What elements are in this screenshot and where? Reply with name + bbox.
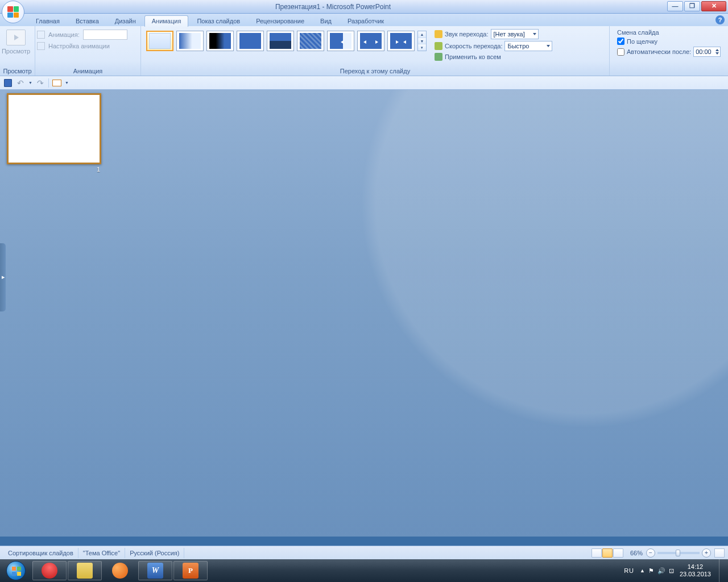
animation-row: Анимация: [37, 30, 127, 40]
transition-fade[interactable] [176, 31, 204, 51]
taskbar-powerpoint[interactable] [173, 561, 208, 580]
zoom-out-button[interactable]: − [646, 548, 655, 558]
preview-icon [6, 30, 26, 45]
transition-dissolve[interactable] [297, 31, 324, 51]
zoom-fit-button[interactable] [714, 548, 725, 558]
taskbar-media-player[interactable] [103, 561, 137, 580]
tab-home[interactable]: Главная [28, 15, 67, 27]
group-advance-label [611, 74, 726, 76]
sorter-view-button[interactable] [602, 548, 613, 558]
auto-after-checkbox[interactable] [617, 48, 624, 56]
qat-customize-dropdown[interactable]: ▼ [65, 81, 69, 85]
windows-taskbar: RU ▲ ⚑ 🔊 ⊡ 14:12 23.03.2013 [0, 559, 728, 582]
qat-separator [48, 78, 49, 88]
tray-volume-icon[interactable]: 🔊 [657, 567, 665, 575]
animation-dropdown[interactable] [83, 30, 127, 40]
save-icon [4, 79, 12, 87]
taskbar-opera[interactable] [32, 561, 67, 580]
preview-label: Просмотр [2, 48, 30, 55]
transition-fade-black[interactable] [206, 31, 234, 51]
status-theme: "Тема Office" [78, 548, 125, 558]
windows-logo-icon [6, 561, 26, 580]
speed-dropdown[interactable]: Быстро [504, 41, 552, 51]
slide-sorter-canvas[interactable]: 1 ▶ [0, 90, 728, 537]
tab-design[interactable]: Дизайн [107, 15, 143, 27]
custom-animation-label: Настройка анимации [48, 43, 110, 49]
gallery-more-button[interactable]: ▾ [418, 44, 426, 51]
slide-thumbnail-1[interactable] [7, 93, 101, 164]
advance-on-click[interactable]: По щелчку [617, 38, 721, 45]
apply-all-label: Применить ко всем [445, 53, 501, 60]
preview-button[interactable]: Просмотр [2, 27, 30, 55]
group-advance: Смена слайда По щелчку Автоматически пос… [610, 26, 728, 76]
slideshow-icon [52, 80, 61, 86]
media-player-icon [112, 563, 128, 579]
tray-clock[interactable]: 14:12 23.03.2013 [680, 563, 711, 578]
group-preview-label: Просмотр [2, 67, 33, 76]
transition-split-in[interactable] [357, 31, 384, 51]
opera-icon [42, 563, 57, 579]
window-title: Презентация1 - Microsoft PowerPoint [0, 3, 666, 11]
sound-label: Звук перехода: [445, 31, 489, 38]
sound-dropdown[interactable]: [Нет звука] [491, 29, 539, 39]
qat-undo-dropdown[interactable]: ▼ [28, 81, 32, 85]
custom-animation-button[interactable]: Настройка анимации [37, 42, 110, 50]
help-button[interactable]: ? [715, 15, 725, 24]
maximize-button[interactable]: ❐ [684, 1, 700, 11]
zoom-slider[interactable] [657, 552, 700, 554]
transition-wipe[interactable] [327, 31, 354, 51]
group-animation: Анимация: Настройка анимации Анимация [35, 26, 141, 76]
tab-review[interactable]: Рецензирование [249, 15, 312, 27]
group-preview: Просмотр Просмотр [0, 26, 35, 76]
qat-undo-button[interactable]: ↶ [16, 78, 25, 88]
minimize-button[interactable]: — [667, 1, 683, 11]
quick-access-toolbar: ↶ ▼ ↷ ▼ [0, 76, 728, 90]
transition-cut-black[interactable] [267, 31, 294, 51]
tab-slideshow[interactable]: Показ слайдов [189, 15, 247, 27]
speed-label: Скорость перехода: [445, 43, 502, 49]
ribbon-tabs: Главная Вставка Дизайн Анимация Показ сл… [0, 14, 728, 26]
zoom-in-button[interactable]: + [702, 548, 711, 558]
tray-network-icon[interactable]: ⊡ [669, 567, 674, 575]
zoom-slider-thumb[interactable] [676, 550, 680, 556]
tray-language[interactable]: RU [624, 567, 634, 574]
auto-after-time[interactable]: 00:00 [693, 47, 721, 57]
group-transition-label: Переход к этому слайду [143, 67, 607, 76]
gallery-scroll: ▲ ▼ ▾ [417, 31, 427, 51]
transition-cut[interactable] [237, 31, 264, 51]
taskbar-explorer[interactable] [68, 561, 102, 580]
transition-none[interactable] [146, 31, 173, 51]
apply-all-icon [435, 53, 442, 61]
gallery-next-button[interactable]: ▼ [418, 38, 426, 45]
gallery-prev-button[interactable]: ▲ [418, 31, 426, 38]
tab-insert[interactable]: Вставка [68, 15, 106, 27]
advance-auto-after[interactable]: Автоматически после: 00:00 [617, 47, 721, 57]
tray-icons: ▲ ⚑ 🔊 ⊡ [640, 567, 674, 575]
taskbar-word[interactable] [138, 561, 172, 580]
tab-animation[interactable]: Анимация [144, 15, 189, 27]
speed-icon [435, 42, 442, 50]
transition-split-out[interactable] [387, 31, 415, 51]
office-button[interactable] [2, 1, 24, 23]
zoom-label[interactable]: 66% [630, 550, 643, 556]
on-click-checkbox[interactable] [617, 38, 624, 45]
apply-to-all-button[interactable]: Применить ко всем [435, 53, 552, 61]
tray-chevron-up-icon[interactable]: ▲ [640, 568, 645, 573]
side-panel-handle[interactable]: ▶ [0, 243, 6, 311]
tray-flag-icon[interactable]: ⚑ [648, 567, 654, 575]
qat-save-button[interactable] [3, 78, 13, 88]
background-curve [330, 90, 728, 459]
tab-view[interactable]: Вид [313, 15, 339, 27]
start-button[interactable] [0, 559, 32, 582]
tab-developer[interactable]: Разработчик [340, 15, 391, 27]
office-logo-icon [7, 6, 19, 18]
window-titlebar: Презентация1 - Microsoft PowerPoint — ❐ … [0, 0, 728, 14]
normal-view-button[interactable] [592, 548, 602, 558]
close-button[interactable]: ✕ [701, 1, 726, 11]
status-language[interactable]: Русский (Россия) [125, 548, 184, 558]
qat-redo-button[interactable]: ↷ [36, 78, 45, 88]
slideshow-view-button[interactable] [613, 548, 623, 558]
qat-slideshow-button[interactable] [52, 78, 61, 88]
show-desktop-button[interactable] [719, 559, 725, 582]
statusbar: Сортировщик слайдов "Тема Office" Русски… [0, 546, 728, 559]
